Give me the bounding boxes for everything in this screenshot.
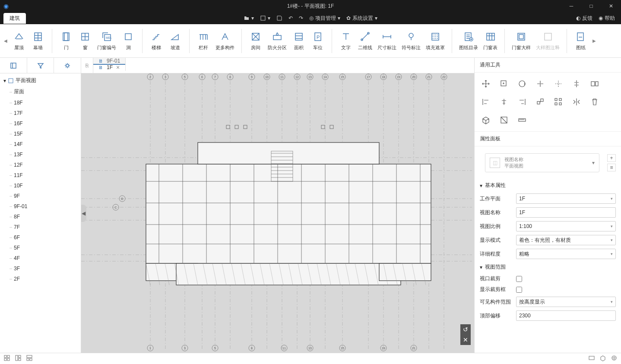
select-display[interactable]: 着色：有光照，有材质▾ <box>516 235 616 245</box>
minimize-button[interactable]: ─ <box>561 0 581 12</box>
ribbon-railing[interactable]: 栏杆 <box>194 31 213 51</box>
model-menu[interactable]: ▾ <box>260 15 270 21</box>
ribbon-sheet-directory[interactable]: 图纸目录 <box>456 31 481 51</box>
help-button[interactable]: ◉ 帮助 <box>599 15 615 22</box>
tree-item[interactable]: 5F <box>0 243 81 253</box>
ribbon-text[interactable]: 文字 <box>336 31 355 51</box>
ribbon-ramp[interactable]: 坡道 <box>166 31 185 51</box>
element-type-selector[interactable]: ◫ 视图名称 平面视图 ▾ <box>485 153 599 172</box>
tool-delete-icon[interactable] <box>589 96 601 108</box>
select-scale[interactable]: 1:100▾ <box>516 221 616 231</box>
tree-item[interactable]: 15F <box>0 129 81 139</box>
prop-group-range[interactable]: ▾视图范围 <box>475 261 621 273</box>
tree-item[interactable]: 9F <box>0 191 81 201</box>
status-grid2-icon[interactable] <box>15 355 22 363</box>
ribbon-scroll-left[interactable]: ◀ <box>2 38 10 43</box>
status-view2-icon[interactable] <box>599 355 606 363</box>
feedback-button[interactable]: ◐ 反馈 <box>576 15 592 22</box>
ribbon-fire-zone[interactable]: 防火分区 <box>265 31 289 51</box>
tool-trim-icon[interactable] <box>534 78 546 90</box>
select-visrange[interactable]: 按高度显示▾ <box>516 297 616 307</box>
tree-item[interactable]: 11F <box>0 170 81 180</box>
ribbon-area[interactable]: 面积 <box>289 31 308 51</box>
canvas-history-button[interactable]: ↺ <box>460 324 471 335</box>
tree-item[interactable]: 12F <box>0 160 81 170</box>
ribbon-scroll-right[interactable]: ▶ <box>590 38 598 43</box>
ribbon-stair[interactable]: 楼梯 <box>147 31 166 51</box>
select-workplane[interactable]: 1F▾ <box>516 193 616 204</box>
tree-item[interactable]: 16F <box>0 118 81 129</box>
save-button[interactable] <box>276 15 282 21</box>
ribbon-opening[interactable]: 洞 <box>119 31 138 51</box>
tool-section-icon[interactable] <box>498 114 510 126</box>
tree-item[interactable]: 8F <box>0 212 81 222</box>
undo-button[interactable]: ↶ <box>288 15 293 21</box>
tree-item[interactable]: 4F <box>0 253 81 263</box>
status-grid1-icon[interactable] <box>3 355 10 363</box>
open-menu[interactable]: ▾ <box>244 15 254 21</box>
tool-align-right-icon[interactable] <box>516 96 528 108</box>
tree-item[interactable]: 17F <box>0 108 81 118</box>
maximize-button[interactable]: □ <box>581 0 601 12</box>
browser-settings-icon[interactable] <box>54 58 81 73</box>
prop-group-basic[interactable]: ▾基本属性 <box>475 179 621 192</box>
status-view1-icon[interactable] <box>588 355 595 363</box>
tree-item[interactable]: 14F <box>0 139 81 149</box>
ribbon-door-window-table[interactable]: 门窗表 <box>481 31 500 51</box>
checkbox-crop[interactable] <box>516 276 522 282</box>
tree-item[interactable]: 18F <box>0 98 81 108</box>
checkbox-showcrop[interactable] <box>516 287 522 293</box>
panel-expand-handle[interactable]: ◀ <box>81 205 86 222</box>
tree-root-plan-views[interactable]: ▾ 平面视图 <box>0 75 81 86</box>
status-view3-icon[interactable] <box>611 355 618 363</box>
ribbon-fill-mask[interactable]: 填充遮罩 <box>423 31 447 51</box>
ribbon-parking[interactable]: P车位 <box>308 31 327 51</box>
input-viewname[interactable]: 1F <box>516 207 616 218</box>
tool-align-center-icon[interactable] <box>498 96 510 108</box>
redo-button[interactable]: ↷ <box>299 15 303 21</box>
status-grid3-icon[interactable] <box>26 355 33 363</box>
main-tab-architecture[interactable]: 建筑 <box>3 13 26 24</box>
ribbon-more-components[interactable]: 更多构件 <box>213 31 237 51</box>
ribbon-curtain-wall[interactable]: 幕墙 <box>29 31 48 51</box>
browser-view-icon[interactable] <box>0 58 27 73</box>
tree-item[interactable]: 3F <box>0 263 81 274</box>
tool-array-icon[interactable] <box>552 96 564 108</box>
view-tab[interactable]: 🗎9F-01 <box>93 58 126 64</box>
tool-offset-icon[interactable] <box>589 78 601 90</box>
ribbon-dimension[interactable]: 尺寸标注 <box>375 31 399 51</box>
browser-filter-icon[interactable] <box>27 58 54 73</box>
tool-align-left-icon[interactable] <box>480 96 492 108</box>
tool-3d-icon[interactable] <box>480 114 492 126</box>
tree-item[interactable]: 6F <box>0 232 81 243</box>
input-topoffset[interactable]: 2300 <box>516 310 616 321</box>
tool-mirror-icon[interactable] <box>570 96 583 108</box>
tool-extend-icon[interactable] <box>552 78 564 90</box>
ribbon-symbol[interactable]: 符号标注 <box>399 31 423 51</box>
ribbon-door[interactable]: 门 <box>57 31 76 51</box>
ribbon-room[interactable]: 房间 <box>246 31 265 51</box>
tree-item[interactable]: 7F <box>0 222 81 232</box>
tree-item[interactable]: 2F <box>0 274 81 284</box>
tool-measure-icon[interactable] <box>516 114 528 126</box>
close-button[interactable]: ✕ <box>601 0 621 12</box>
tool-copy-icon[interactable] <box>498 78 510 90</box>
prop-add-button[interactable]: + <box>607 154 616 162</box>
tool-split-icon[interactable] <box>570 78 583 90</box>
tree-item[interactable]: 10F <box>0 180 81 191</box>
prop-list-button[interactable]: ≡ <box>607 164 616 171</box>
tool-scale-icon[interactable] <box>534 96 546 108</box>
tool-rotate-icon[interactable] <box>516 78 528 90</box>
ribbon-roof[interactable]: 屋顶 <box>10 31 29 51</box>
ribbon-door-window-detail[interactable]: 门窗大样 <box>509 31 533 51</box>
tree-item[interactable]: 13F <box>0 149 81 160</box>
tree-item[interactable]: 屋面 <box>0 86 81 98</box>
view-tree[interactable]: ▾ 平面视图 屋面18F17F16F15F14F13F12F11F10F9F9F… <box>0 73 81 353</box>
system-settings-menu[interactable]: ✿ 系统设置 ▾ <box>346 15 377 22</box>
canvas-close-button[interactable]: ✕ <box>460 335 471 345</box>
ribbon-door-window-number[interactable]: M01门窗编号 <box>95 31 119 51</box>
close-icon[interactable]: × <box>116 64 120 71</box>
project-management-menu[interactable]: ◎ 项目管理 ▾ <box>309 15 340 22</box>
ribbon-sheet[interactable]: 图纸 <box>571 31 590 51</box>
ribbon-2d-line[interactable]: 二维线 <box>355 31 375 51</box>
